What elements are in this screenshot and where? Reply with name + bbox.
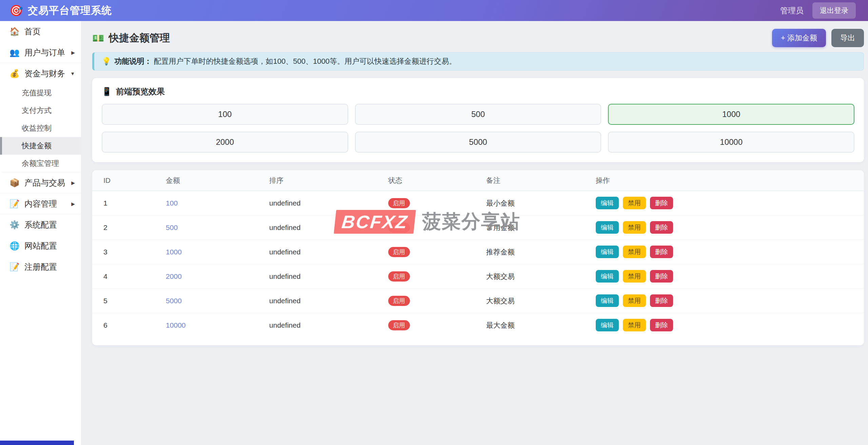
amount-link[interactable]: 5000 (166, 297, 182, 305)
sidebar-item-icon: 🌐 (9, 241, 20, 251)
sidebar-item-icon: 🏠 (9, 27, 20, 36)
sidebar-item-site-config[interactable]: 🌐 网站配置 (0, 235, 81, 256)
status-badge: 启用 (388, 222, 410, 233)
preview-amount-button-1000[interactable]: 1000 (608, 104, 854, 125)
edit-button[interactable]: 编辑 (596, 197, 619, 209)
edit-button[interactable]: 编辑 (596, 294, 619, 307)
current-user-label: 管理员 (780, 5, 804, 16)
col-header-amount: 金额 (162, 170, 266, 191)
info-banner-body: 配置用户下单时的快捷金额选项，如100、500、1000等。用户可以快速选择金额… (154, 57, 456, 65)
topbar-right: 管理员 退出登录 (780, 2, 856, 19)
sidebar-item-content-manage[interactable]: 📝 内容管理 ▶ (0, 193, 81, 214)
preview-amount-button-500[interactable]: 500 (355, 104, 601, 125)
sidebar-subitem-yuebao-manage[interactable]: 余额宝管理 (0, 155, 81, 172)
cell-sort: undefined (266, 264, 385, 289)
preview-amount-button-5000[interactable]: 5000 (355, 132, 601, 153)
chevron-icon: ▶ (71, 50, 75, 55)
preview-amount-grid: 100 500 1000 2000 5000 10000 (102, 104, 854, 153)
top-header: 🎯 交易平台管理系统 管理员 退出登录 (0, 0, 868, 21)
sidebar-item-register-config[interactable]: 📝 注册配置 (0, 256, 81, 277)
amount-link[interactable]: 2000 (166, 272, 182, 280)
sidebar-subitem-quick-amounts[interactable]: 快捷金额 (0, 137, 81, 155)
disable-button[interactable]: 禁用 (623, 246, 646, 258)
chevron-icon: ▶ (71, 180, 75, 186)
delete-button[interactable]: 删除 (650, 246, 673, 258)
sidebar-item-label: 网站配置 (24, 240, 70, 251)
row-actions: 编辑 禁用 删除 (596, 197, 861, 209)
edit-button[interactable]: 编辑 (596, 221, 619, 234)
cell-id: 5 (92, 289, 162, 313)
col-header-actions: 操作 (592, 170, 864, 191)
sidebar-item-system-config[interactable]: ⚙️ 系统配置 (0, 214, 81, 235)
preview-card-title: 📱 前端预览效果 (102, 86, 854, 97)
delete-button[interactable]: 删除 (650, 221, 673, 234)
disable-button[interactable]: 禁用 (623, 319, 646, 331)
cell-sort: undefined (266, 313, 385, 337)
sidebar-item-icon: ⚙️ (9, 220, 20, 230)
amounts-table-card: ID 金额 排序 状态 备注 操作 1 100 undefined 启用 最小金… (92, 170, 864, 345)
info-banner-label: 功能说明： (114, 57, 152, 65)
cell-id: 1 (92, 191, 162, 215)
cell-remark: 最小金额 (483, 191, 592, 215)
bulb-icon: 💡 (102, 57, 111, 66)
sidebar-item-label: 注册配置 (24, 262, 70, 272)
table-header-row: ID 金额 排序 状态 备注 操作 (92, 170, 864, 191)
preview-amount-button-2000[interactable]: 2000 (102, 132, 348, 153)
preview-amount-button-10000[interactable]: 10000 (608, 132, 854, 153)
sidebar-subitem-recharge-withdraw[interactable]: 充值提现 (0, 84, 81, 102)
preview-amount-button-100[interactable]: 100 (102, 104, 348, 125)
sidebar-item-label: 资金与财务 (24, 68, 65, 79)
sidebar-item-icon: 📦 (9, 178, 20, 188)
app-logo-icon: 🎯 (9, 5, 23, 16)
cell-sort: undefined (266, 240, 385, 264)
sidebar-subitem-label: 支付方式 (22, 105, 75, 116)
cell-id: 6 (92, 313, 162, 337)
disable-button[interactable]: 禁用 (623, 197, 646, 209)
sidebar: 🏠 首页 👥 用户与订单 ▶ 💰 资金与财务 ▼ 充值提现 支付方式 收益控制 … (0, 21, 81, 445)
add-amount-button[interactable]: + 添加金额 (772, 29, 826, 47)
cell-sort: undefined (266, 191, 385, 215)
cell-id: 3 (92, 240, 162, 264)
preview-amount-value: 100 (218, 110, 232, 119)
delete-button[interactable]: 删除 (650, 270, 673, 283)
status-badge: 启用 (388, 296, 410, 306)
table-row: 2 500 undefined 启用 常用金额 编辑 禁用 删除 (92, 215, 864, 240)
amount-link[interactable]: 10000 (166, 321, 185, 329)
amount-link[interactable]: 500 (166, 224, 178, 231)
preview-card: 📱 前端预览效果 100 500 1000 2000 5000 10000 (92, 78, 864, 162)
banknote-icon: 💵 (92, 33, 104, 44)
sidebar-subitem-payment-methods[interactable]: 支付方式 (0, 102, 81, 119)
amount-link[interactable]: 1000 (166, 248, 182, 256)
disable-button[interactable]: 禁用 (623, 221, 646, 234)
disable-button[interactable]: 禁用 (623, 270, 646, 283)
chevron-icon: ▼ (70, 71, 75, 76)
delete-button[interactable]: 删除 (650, 197, 673, 209)
sidebar-item-funds-finance[interactable]: 💰 资金与财务 ▼ (0, 63, 81, 84)
sidebar-item-products-trading[interactable]: 📦 产品与交易 ▶ (0, 172, 81, 193)
sidebar-item-users-orders[interactable]: 👥 用户与订单 ▶ (0, 42, 81, 63)
table-row: 4 2000 undefined 启用 大额交易 编辑 禁用 删除 (92, 264, 864, 289)
disable-button[interactable]: 禁用 (623, 294, 646, 307)
edit-button[interactable]: 编辑 (596, 270, 619, 283)
edit-button[interactable]: 编辑 (596, 246, 619, 258)
cell-id: 2 (92, 215, 162, 240)
cell-sort: undefined (266, 215, 385, 240)
app-title: 交易平台管理系统 (28, 4, 112, 18)
preview-amount-value: 1000 (722, 110, 740, 119)
page-title-text: 快捷金额管理 (109, 31, 170, 45)
delete-button[interactable]: 删除 (650, 319, 673, 331)
table-row: 3 1000 undefined 启用 推荐金额 编辑 禁用 删除 (92, 240, 864, 264)
row-actions: 编辑 禁用 删除 (596, 270, 861, 283)
sidebar-subitem-revenue-control[interactable]: 收益控制 (0, 119, 81, 137)
edit-button[interactable]: 编辑 (596, 319, 619, 331)
logout-button[interactable]: 退出登录 (812, 2, 856, 19)
delete-button[interactable]: 删除 (650, 294, 673, 307)
cell-remark: 大额交易 (483, 264, 592, 289)
sidebar-item-label: 产品与交易 (24, 177, 66, 188)
sidebar-item-icon: 📝 (9, 199, 20, 209)
cell-remark: 推荐金额 (483, 240, 592, 264)
sidebar-item-home[interactable]: 🏠 首页 (0, 21, 81, 42)
page-header: 💵 快捷金额管理 + 添加金额 导出 (92, 29, 864, 47)
export-button[interactable]: 导出 (831, 29, 864, 47)
amount-link[interactable]: 100 (166, 199, 178, 207)
